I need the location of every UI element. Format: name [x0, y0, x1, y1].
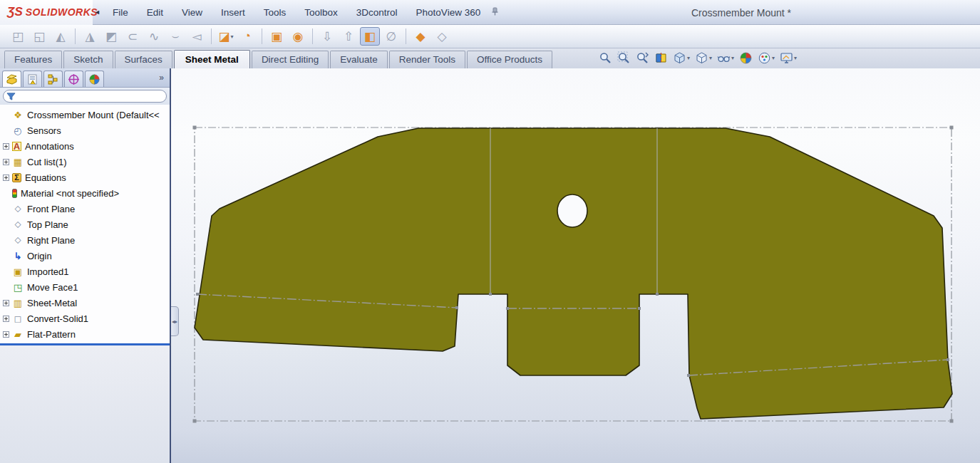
- zoom-to-area-icon[interactable]: [616, 51, 632, 66]
- menu-edit[interactable]: Edit: [139, 4, 171, 21]
- expand-toggle[interactable]: [3, 175, 9, 181]
- tab-direct-editing[interactable]: Direct Editing: [252, 51, 329, 68]
- tab-sheet-metal[interactable]: Sheet Metal: [174, 50, 250, 69]
- convert-to-sheet-metal-icon[interactable]: ◱: [29, 27, 49, 46]
- tree-item-cut-list-1[interactable]: ▦Cut list(1): [0, 154, 170, 170]
- unfold-icon[interactable]: ⇩: [317, 27, 337, 46]
- apply-scene-icon[interactable]: ▾: [756, 51, 776, 66]
- convert-solid-icon: ◻: [12, 313, 24, 324]
- plane-icon: ⬦: [12, 234, 24, 246]
- feature-panel-tabs: »: [0, 68, 170, 88]
- view-orientation-icon[interactable]: ▾: [671, 51, 691, 66]
- sheet-metal-gusset-icon[interactable]: ◔: [237, 27, 257, 46]
- tab-sketch[interactable]: Sketch: [63, 51, 113, 68]
- plane-icon: ⬦: [12, 203, 24, 214]
- menu-insert[interactable]: Insert: [213, 4, 253, 21]
- configurationmanager-tab-icon[interactable]: [43, 71, 63, 87]
- jog-icon[interactable]: ∿: [144, 27, 164, 46]
- display-style-icon[interactable]: ▾: [693, 51, 713, 66]
- tree-item-front-plane[interactable]: ⬦Front Plane: [0, 201, 170, 217]
- tree-item-move-face1[interactable]: ◳Move Face1: [0, 279, 170, 295]
- filter-funnel-icon: [6, 92, 16, 101]
- simple-hole-icon[interactable]: ◉: [288, 27, 308, 46]
- extruded-cut-icon[interactable]: ▣: [267, 27, 287, 46]
- tree-item-label: Origin: [27, 251, 52, 261]
- tab-office-products[interactable]: Office Products: [467, 51, 552, 68]
- tab-render-tools[interactable]: Render Tools: [389, 51, 465, 68]
- tab-evaluate[interactable]: Evaluate: [330, 51, 388, 68]
- hide-show-items-icon[interactable]: ▾: [716, 51, 736, 66]
- menu-tools[interactable]: Tools: [256, 4, 294, 21]
- panel-splitter-handle[interactable]: ◂▸: [171, 306, 179, 336]
- tree-item-label: Sheet-Metal: [27, 298, 77, 308]
- tree-item-label: Front Plane: [27, 204, 75, 214]
- dropdown-caret-icon[interactable]: ▾: [794, 55, 797, 61]
- tree-item-equations[interactable]: ΣEquations: [0, 170, 170, 185]
- graphics-viewport[interactable]: [171, 68, 980, 463]
- expand-toggle[interactable]: [3, 300, 9, 306]
- sketched-bend-icon[interactable]: ⌣: [165, 27, 185, 46]
- dropdown-caret-icon[interactable]: ▾: [709, 55, 712, 61]
- menu-3dcontrol[interactable]: 3Dcontrol: [349, 4, 406, 21]
- flat-pattern-hole[interactable]: [557, 194, 587, 227]
- tree-item-material-not-specified[interactable]: Material <not specified>: [0, 185, 170, 201]
- menu-file[interactable]: File: [105, 4, 136, 21]
- dropdown-caret-icon[interactable]: ▾: [772, 55, 775, 61]
- section-view-icon[interactable]: [653, 51, 669, 66]
- annotations-icon: A: [12, 142, 21, 151]
- tree-item-top-plane[interactable]: ⬦Top Plane: [0, 217, 170, 232]
- flatten-icon[interactable]: ◧: [360, 27, 380, 46]
- hem-icon[interactable]: ⊂: [123, 27, 143, 46]
- view-settings-icon[interactable]: ▾: [778, 51, 798, 66]
- tree-item-flat-pattern[interactable]: ▰Flat-Pattern: [0, 326, 170, 342]
- lofted-bend-icon[interactable]: ◭: [51, 27, 71, 46]
- displaymanager-tab-icon[interactable]: [85, 71, 104, 87]
- tree-item-sensors[interactable]: ◴Sensors: [0, 123, 170, 138]
- cross-break-icon[interactable]: ◅: [187, 27, 207, 46]
- dropdown-caret-icon[interactable]: ▾: [231, 33, 234, 40]
- expand-toggle[interactable]: [3, 331, 9, 338]
- menu-photoview-360[interactable]: PhotoView 360: [408, 4, 489, 21]
- menu-toolbox[interactable]: Toolbox: [296, 4, 346, 21]
- zoom-to-fit-icon[interactable]: [597, 51, 614, 66]
- tree-filter-input[interactable]: [16, 91, 166, 101]
- tree-item-origin[interactable]: ↳Origin: [0, 248, 170, 264]
- swept-flange-icon[interactable]: ◰: [8, 27, 28, 46]
- tree-item-sheet-metal[interactable]: ▥Sheet-Metal: [0, 295, 170, 311]
- tree-item-label: Equations: [25, 172, 66, 183]
- corner-relief-icon[interactable]: ◇: [432, 27, 452, 46]
- tree-item-annotations[interactable]: AAnnotations: [0, 138, 170, 154]
- flat-pattern-body[interactable]: [195, 128, 952, 419]
- tree-filter-box: [3, 90, 167, 103]
- panel-overflow-chevron[interactable]: »: [159, 73, 164, 83]
- solidworks-logo: ƷS SOLIDWORKS: [0, 0, 93, 25]
- dropdown-caret-icon[interactable]: ▾: [687, 55, 690, 61]
- rip-icon[interactable]: ◆: [411, 27, 430, 46]
- expand-toggle[interactable]: [3, 159, 9, 165]
- dimxpertmanager-tab-icon[interactable]: [64, 71, 83, 87]
- solidworks-window: ƷS SOLIDWORKS ◄ FileEditViewInsertToolsT…: [0, 0, 980, 463]
- tree-item-right-plane[interactable]: ⬦Right Plane: [0, 232, 170, 248]
- tree-item-convert-solid1[interactable]: ◻Convert-Solid1: [0, 311, 170, 326]
- featuremanager-tab-icon[interactable]: [2, 71, 21, 87]
- miter-flange-icon[interactable]: ◩: [101, 27, 121, 46]
- expand-toggle[interactable]: [3, 143, 9, 150]
- menu-view[interactable]: View: [174, 4, 210, 21]
- tab-surfaces[interactable]: Surfaces: [115, 51, 172, 68]
- tab-features[interactable]: Features: [4, 51, 62, 68]
- dropdown-caret-icon[interactable]: ▾: [731, 55, 734, 61]
- propertymanager-tab-icon[interactable]: [23, 71, 42, 87]
- fold-icon[interactable]: ⇧: [339, 27, 359, 46]
- no-bends-icon[interactable]: ∅: [381, 27, 401, 46]
- menu-collapse-arrow-icon[interactable]: ◄: [94, 9, 100, 16]
- equations-icon: Σ: [12, 173, 21, 182]
- edge-flange-icon[interactable]: ◮: [80, 27, 100, 46]
- edit-appearance-icon[interactable]: [738, 51, 754, 66]
- tree-item-imported1[interactable]: ▣Imported1: [0, 264, 170, 279]
- tree-item-crossmember-mount-default[interactable]: ❖Crossmember Mount (Default<<: [0, 107, 170, 123]
- base-flange-icon[interactable]: ◪▾: [216, 27, 236, 46]
- magnified-selection-icon[interactable]: [634, 51, 651, 66]
- expand-toggle[interactable]: [3, 316, 9, 322]
- menu-pin-icon[interactable]: [490, 6, 500, 19]
- flat-pattern-graphics: [171, 68, 980, 463]
